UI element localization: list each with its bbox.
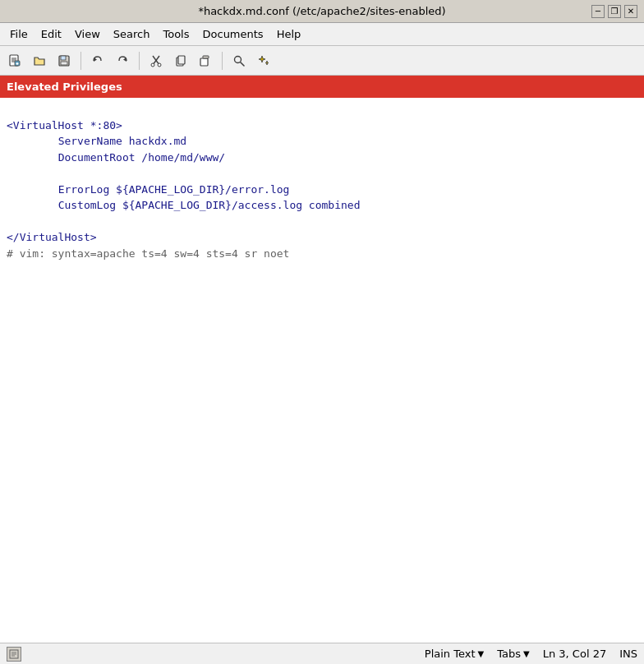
copy-button[interactable]	[169, 49, 192, 72]
separator-2	[139, 52, 140, 70]
paste-button[interactable]	[194, 49, 217, 72]
status-left	[7, 647, 21, 662]
new-file-button[interactable]	[3, 49, 26, 72]
svg-line-21	[241, 62, 244, 66]
menu-file[interactable]: File	[3, 25, 34, 43]
search-button[interactable]	[228, 49, 251, 72]
separator-1	[80, 52, 81, 70]
svg-rect-17	[178, 56, 185, 64]
svg-rect-18	[200, 58, 208, 66]
svg-rect-9	[61, 62, 67, 65]
menu-view[interactable]: View	[68, 25, 107, 43]
tabs-label: Tabs	[497, 648, 521, 660]
tabs-dropdown-arrow: ▼	[523, 649, 530, 658]
cut-button[interactable]	[145, 49, 168, 72]
toolbar	[0, 46, 644, 76]
language-selector[interactable]: Plain Text ▼	[425, 648, 484, 660]
undo-button[interactable]	[86, 49, 109, 72]
svg-marker-10	[94, 58, 97, 62]
code-line-9: # vim: syntax=apache ts=4 sw=4 sts=4 sr …	[7, 247, 289, 260]
separator-3	[222, 52, 223, 70]
menu-tools[interactable]: Tools	[156, 25, 196, 43]
status-bar: Plain Text ▼ Tabs ▼ Ln 3, Col 27 INS	[0, 643, 644, 664]
status-icon[interactable]	[7, 647, 21, 662]
cursor-position: Ln 3, Col 27	[543, 648, 606, 660]
menu-documents[interactable]: Documents	[196, 25, 270, 43]
redo-button[interactable]	[111, 49, 134, 72]
restore-button[interactable]: ❐	[608, 5, 621, 18]
close-button[interactable]: ✕	[624, 5, 637, 18]
language-dropdown-arrow: ▼	[478, 649, 485, 658]
code-line-5: ErrorLog ${APACHE_LOG_DIR}/error.log	[7, 183, 289, 196]
svg-point-20	[235, 56, 242, 62]
code-line-8: </VirtualHost>	[7, 231, 97, 243]
elevated-privileges-banner: Elevated Privileges	[0, 76, 644, 98]
svg-marker-11	[123, 58, 126, 62]
window-controls: − ❐ ✕	[591, 5, 637, 18]
svg-rect-8	[61, 56, 66, 60]
status-right: Plain Text ▼ Tabs ▼ Ln 3, Col 27 INS	[425, 648, 637, 660]
code-line-1: <VirtualHost *:80>	[7, 119, 122, 131]
code-line-6: CustomLog ${APACHE_LOG_DIR}/access.log c…	[7, 199, 360, 211]
elevated-privileges-label: Elevated Privileges	[7, 81, 122, 93]
language-label: Plain Text	[425, 648, 476, 660]
menu-search[interactable]: Search	[107, 25, 157, 43]
code-line-2: ServerName hackdx.md	[7, 135, 186, 147]
svg-point-15	[158, 63, 161, 67]
window-title: *hackdx.md.conf (/etc/apache2/sites-enab…	[198, 5, 445, 17]
minimize-button[interactable]: −	[591, 5, 605, 18]
tools-button[interactable]	[252, 49, 275, 72]
editor-area[interactable]: <VirtualHost *:80> ServerName hackdx.md …	[0, 98, 644, 643]
svg-rect-19	[203, 56, 209, 58]
menu-edit[interactable]: Edit	[34, 25, 68, 43]
menu-bar: File Edit View Search Tools Documents He…	[0, 23, 644, 46]
insert-mode-label: INS	[619, 648, 637, 660]
tabs-selector[interactable]: Tabs ▼	[497, 648, 529, 660]
svg-point-14	[151, 63, 154, 67]
save-file-button[interactable]	[53, 49, 76, 72]
menu-help[interactable]: Help	[270, 25, 308, 43]
title-bar: *hackdx.md.conf (/etc/apache2/sites-enab…	[0, 0, 644, 23]
code-line-3: DocumentRoot /home/md/www/	[7, 151, 225, 164]
open-file-button[interactable]	[28, 49, 51, 72]
